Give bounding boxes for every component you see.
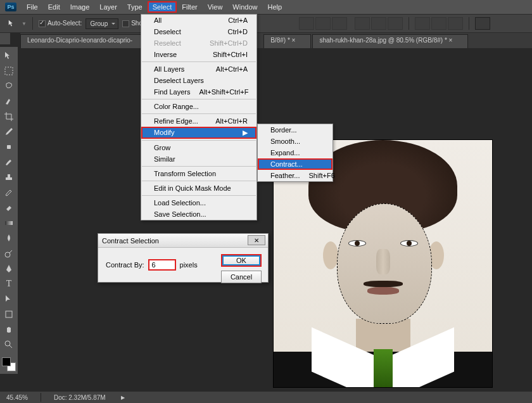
auto-select-label: Auto-Select: (48, 20, 82, 27)
unit-label: pixels (180, 261, 198, 269)
menu-item[interactable]: Expand... (258, 147, 332, 158)
svg-rect-1 (7, 145, 11, 149)
menu-bar: Ps File Edit Image Layer Type Select Fil… (0, 0, 532, 14)
menu-item[interactable]: Edit in Quick Mask Mode (141, 182, 256, 194)
svg-point-5 (5, 341, 10, 346)
menu-item[interactable]: Similar (141, 153, 256, 165)
foreground-color-swatch[interactable] (2, 357, 11, 366)
menu-file[interactable]: File (22, 1, 43, 13)
healing-tool-icon[interactable] (2, 141, 16, 153)
svg-rect-4 (6, 311, 12, 317)
quick-select-tool-icon[interactable] (2, 95, 16, 108)
contract-by-input[interactable] (148, 259, 176, 271)
contract-selection-dialog: Contract Selection ✕ Contract By: pixels… (98, 233, 269, 283)
menu-image[interactable]: Image (65, 1, 95, 13)
lasso-tool-icon[interactable] (2, 80, 16, 93)
menu-item[interactable]: DeselectCtrl+D (141, 26, 256, 37)
distribute-icon[interactable] (431, 17, 446, 30)
app-icon: Ps (5, 3, 16, 11)
marquee-tool-icon[interactable] (2, 65, 16, 77)
align-right-icon[interactable] (388, 17, 403, 30)
show-transform-checkbox[interactable] (122, 20, 129, 27)
menu-item[interactable]: Load Selection... (141, 197, 256, 208)
zoom-tool-icon[interactable] (2, 338, 16, 351)
eyedropper-tool-icon[interactable] (2, 125, 16, 138)
menu-item[interactable]: Find LayersAlt+Shift+Ctrl+F (141, 86, 256, 98)
align-hcenter-icon[interactable] (371, 17, 386, 30)
contract-by-label: Contract By: (106, 261, 144, 269)
color-swatches[interactable] (2, 357, 16, 371)
brush-tool-icon[interactable] (2, 156, 16, 169)
menu-filter[interactable]: Filter (177, 1, 202, 13)
dialog-title: Contract Selection (102, 237, 159, 245)
distribute-icon[interactable] (448, 17, 463, 30)
blur-tool-icon[interactable] (2, 232, 16, 245)
select-dropdown-menu: AllCtrl+ADeselectCtrl+DReselectShift+Ctr… (141, 14, 257, 221)
doc-size: Doc: 2.32M/5.87M (54, 394, 106, 401)
document-tabs: Leonardo-Dicaprio-leonardo-dicaprio- B/8… (20, 33, 532, 48)
align-bottom-icon[interactable] (332, 17, 347, 30)
menu-window[interactable]: Window (227, 1, 262, 13)
move-tool-icon[interactable] (2, 49, 16, 62)
menu-layer[interactable]: Layer (94, 1, 122, 13)
menu-item[interactable]: Refine Edge...Alt+Ctrl+R (141, 115, 256, 127)
menu-item[interactable]: Save Selection... (141, 208, 256, 220)
align-h-group (355, 17, 403, 30)
menu-item[interactable]: Color Range... (141, 101, 256, 112)
menu-item[interactable]: AllCtrl+A (141, 15, 256, 26)
close-icon[interactable]: ✕ (248, 235, 265, 245)
cancel-button[interactable]: Cancel (221, 271, 262, 283)
type-tool-icon[interactable]: T (2, 278, 16, 290)
ruler-corner (0, 33, 10, 44)
move-tool-icon (6, 19, 18, 28)
menu-item[interactable]: Modify▶ (141, 127, 256, 139)
menu-item[interactable]: InverseShift+Ctrl+I (141, 49, 256, 60)
shape-tool-icon[interactable] (2, 308, 16, 321)
more-icon[interactable] (475, 17, 490, 30)
menu-edit[interactable]: Edit (43, 1, 65, 13)
document-tab[interactable]: B/8#) * × (263, 34, 311, 48)
distribute-icon[interactable] (415, 17, 430, 30)
dodge-tool-icon[interactable] (2, 247, 16, 260)
align-group (299, 17, 347, 30)
svg-point-3 (5, 252, 10, 257)
crop-tool-icon[interactable] (2, 110, 16, 123)
chevron-right-icon[interactable]: ▶ (121, 395, 125, 400)
menu-item[interactable]: Smooth... (258, 136, 332, 147)
document-tab[interactable]: Leonardo-Dicaprio-leonardo-dicaprio- (20, 34, 148, 48)
auto-select-dropdown[interactable]: Group (86, 18, 118, 29)
canvas-area[interactable] (20, 48, 532, 392)
menu-item[interactable]: Contract... (258, 158, 332, 170)
menu-type[interactable]: Type (122, 1, 148, 13)
path-select-tool-icon[interactable] (2, 293, 16, 305)
gradient-tool-icon[interactable] (2, 217, 16, 229)
menu-item[interactable]: ReselectShift+Ctrl+D (141, 37, 256, 49)
pen-tool-icon[interactable] (2, 262, 16, 275)
zoom-level[interactable]: 45.45% (6, 394, 28, 401)
menu-item[interactable]: All LayersAlt+Ctrl+A (141, 63, 256, 75)
eraser-tool-icon[interactable] (2, 202, 16, 214)
options-bar: ▼ Auto-Select: Group Show Transform Cont… (0, 14, 532, 33)
menu-item[interactable]: Transform Selection (141, 168, 256, 179)
modify-submenu: Border...Smooth...Expand...Contract...Fe… (257, 124, 333, 182)
ok-button[interactable]: OK (221, 254, 262, 267)
dialog-titlebar[interactable]: Contract Selection ✕ (98, 234, 268, 248)
menu-view[interactable]: View (203, 1, 228, 13)
menu-item[interactable]: Feather...Shift+F6 (258, 170, 332, 181)
menu-item[interactable]: Deselect Layers (141, 75, 256, 86)
menu-item[interactable]: Grow (141, 142, 256, 153)
distribute-group (415, 17, 463, 30)
align-top-icon[interactable] (299, 17, 314, 30)
align-vcenter-icon[interactable] (315, 17, 331, 30)
menu-help[interactable]: Help (262, 1, 287, 13)
history-brush-tool-icon[interactable] (2, 186, 16, 199)
menu-item[interactable]: Border... (258, 124, 332, 136)
stamp-tool-icon[interactable] (2, 171, 16, 184)
menu-select[interactable]: Select (148, 1, 177, 13)
svg-rect-2 (5, 221, 13, 225)
hand-tool-icon[interactable] (2, 323, 16, 336)
auto-select-checkbox[interactable] (39, 20, 46, 27)
align-left-icon[interactable] (355, 17, 370, 30)
chevron-down-icon[interactable]: ▼ (22, 21, 27, 27)
document-tab[interactable]: shah-rukh-khan-28a.jpg @ 80.5% (RGB/8#) … (312, 34, 468, 48)
